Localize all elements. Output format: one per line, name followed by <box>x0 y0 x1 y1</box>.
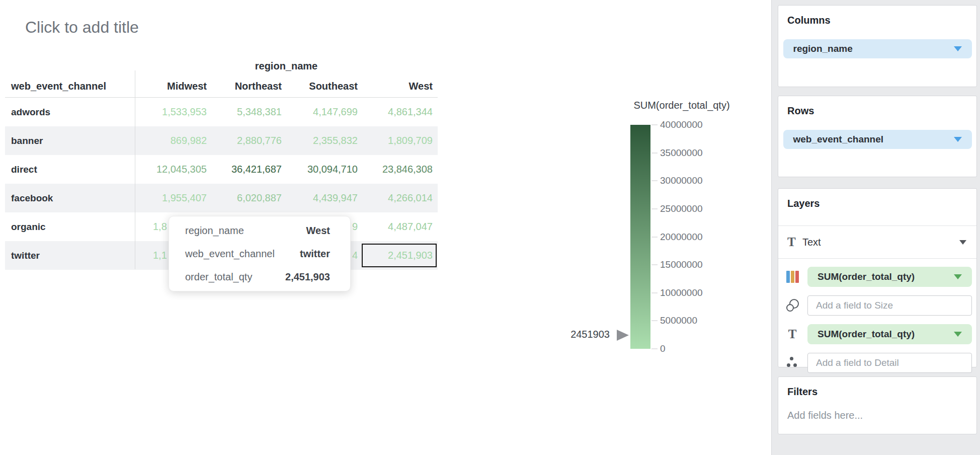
measure-field-pill[interactable]: SUM(order_total_qty) <box>807 324 972 344</box>
legend-tick: 35000000 <box>651 148 703 158</box>
tick-mark <box>651 180 658 181</box>
layer-type-selector[interactable]: T Text <box>778 226 976 259</box>
table-cell[interactable]: 1,955,407 <box>135 184 212 212</box>
table-cell[interactable]: 4,147,699 <box>287 98 363 126</box>
column-header-midwest[interactable]: Midwest <box>135 81 212 92</box>
columns-field-pill[interactable]: region_name <box>783 39 972 58</box>
tick-label: 10000000 <box>660 287 703 298</box>
layers-heading: Layers <box>787 198 976 209</box>
layer-field-row: TSUM(order_total_qty) <box>778 320 976 348</box>
layers-card: Layers T Text SUM(order_total_qty)TSUM(o… <box>778 188 977 367</box>
filters-card: Filters Add fields here... <box>778 376 977 434</box>
column-dimension-label: region_name <box>135 60 438 72</box>
table-cell[interactable]: 30,094,710 <box>287 155 363 184</box>
table-cell[interactable]: 2,880,776 <box>212 126 287 155</box>
table-row-facebook: facebook1,955,4076,020,8874,439,9474,266… <box>5 184 438 212</box>
table-header-row: web_event_channel MidwestNortheastSouthe… <box>5 75 438 98</box>
layer-type-label: Text <box>802 237 959 248</box>
table-cell[interactable]: 869,982 <box>135 126 212 155</box>
selected-cell-outline <box>362 244 437 267</box>
row-label[interactable]: twitter <box>5 250 135 261</box>
legend-tick: 15000000 <box>651 260 703 270</box>
legend-marker-arrow <box>617 330 629 341</box>
rows-card: Rows web_event_channel <box>778 96 977 177</box>
tick-label: 15000000 <box>660 259 703 270</box>
row-label[interactable]: organic <box>5 221 135 233</box>
layer-field-row <box>778 291 976 320</box>
table-cell[interactable]: 2,451,903 <box>363 241 438 270</box>
table-cell[interactable]: 1,533,953 <box>135 98 212 126</box>
table-cell[interactable]: 36,421,687 <box>212 155 287 184</box>
legend-tick: 20000000 <box>651 232 703 242</box>
columns-card: Columns region_name <box>778 5 977 87</box>
column-header-west[interactable]: West <box>363 81 438 92</box>
tooltip-label: web_event_channel <box>185 248 275 260</box>
measure-field-label: SUM(order_total_qty) <box>818 329 915 340</box>
rows-heading: Rows <box>787 105 976 117</box>
chevron-down-icon[interactable] <box>954 46 962 51</box>
row-label[interactable]: banner <box>5 135 135 146</box>
size-field-input[interactable] <box>807 295 972 316</box>
legend-gradient-bar <box>630 125 650 349</box>
chevron-down-icon[interactable] <box>954 332 962 337</box>
tick-label: 30000000 <box>660 175 703 186</box>
text-icon: T <box>785 327 799 341</box>
tooltip-row: web_event_channel twitter <box>185 242 330 265</box>
row-label[interactable]: adwords <box>5 107 135 118</box>
layer-field-row: SUM(order_total_qty) <box>778 262 976 291</box>
table-cell[interactable]: 4,487,047 <box>363 212 438 241</box>
page-title[interactable]: Click to add title <box>25 18 139 37</box>
tick-mark <box>651 292 658 293</box>
row-label[interactable]: facebook <box>5 193 135 204</box>
chevron-down-icon[interactable] <box>954 274 962 279</box>
table-cell[interactable]: 4,266,014 <box>363 184 438 212</box>
table-cell[interactable]: 2,355,832 <box>287 126 363 155</box>
table-cell[interactable]: 12,045,305 <box>135 155 212 184</box>
table-cell[interactable]: 6,020,887 <box>212 184 287 212</box>
filters-drop-hint[interactable]: Add fields here... <box>787 410 976 421</box>
legend-tick: 0 <box>651 344 666 354</box>
legend-tick: 10000000 <box>651 288 703 298</box>
tooltip-label: order_total_qty <box>185 271 252 283</box>
table-cell[interactable]: 4,861,344 <box>363 98 438 126</box>
row-label[interactable]: direct <box>5 164 135 175</box>
table-cell[interactable]: 23,846,308 <box>363 155 438 184</box>
table-cell[interactable]: 1,809,709 <box>363 126 438 155</box>
measure-field-label: SUM(order_total_qty) <box>818 271 915 282</box>
table-row-banner: banner869,9822,880,7762,355,8321,809,709 <box>5 126 438 155</box>
table-row-adwords: adwords1,533,9535,348,3814,147,6994,861,… <box>5 98 438 126</box>
legend-title: SUM(order_total_qty) <box>581 100 782 111</box>
chevron-down-icon[interactable] <box>954 137 962 142</box>
tick-mark <box>651 124 658 125</box>
layer-fields: SUM(order_total_qty)TSUM(order_total_qty… <box>778 259 976 377</box>
column-dimension-header: region_name <box>5 56 438 75</box>
detail-dots-icon <box>785 356 799 370</box>
tooltip-row: region_name West <box>185 219 330 242</box>
layer-field-row <box>778 348 976 377</box>
legend-marker-value: 2451903 <box>548 329 610 340</box>
tick-mark <box>651 264 658 265</box>
tick-mark <box>651 237 658 238</box>
tooltip-value: West <box>306 225 330 237</box>
tooltip-value: twitter <box>300 248 330 260</box>
table-cell[interactable]: 5,348,381 <box>212 98 287 126</box>
filters-heading: Filters <box>787 386 976 398</box>
column-header-southeast[interactable]: Southeast <box>287 81 363 92</box>
layers-header: Layers <box>778 198 976 226</box>
table-cell[interactable]: 4,439,947 <box>287 184 363 212</box>
detail-field-input[interactable] <box>807 353 972 373</box>
columns-heading: Columns <box>787 15 976 26</box>
size-circles-icon <box>785 298 799 313</box>
chevron-down-icon[interactable] <box>959 240 966 245</box>
legend-tick: 5000000 <box>651 316 697 326</box>
legend-tick: 25000000 <box>651 204 703 214</box>
measure-field-pill[interactable]: SUM(order_total_qty) <box>807 267 972 287</box>
table-column-divider <box>135 70 135 269</box>
cell-tooltip: region_name West web_event_channel twitt… <box>169 216 351 291</box>
tick-label: 40000000 <box>660 119 703 130</box>
tooltip-value: 2,451,903 <box>285 271 330 283</box>
settings-sidebar: Columns region_name Rows web_event_chann… <box>771 0 980 455</box>
rows-field-pill[interactable]: web_event_channel <box>783 130 972 149</box>
column-header-northeast[interactable]: Northeast <box>212 81 287 92</box>
text-layer-icon: T <box>787 235 802 249</box>
